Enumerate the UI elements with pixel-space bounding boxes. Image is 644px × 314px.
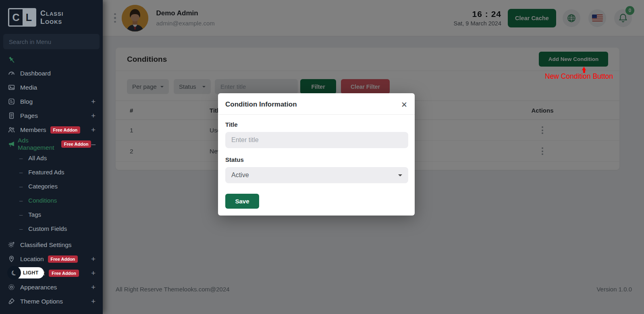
- dash-prefix: –: [19, 169, 23, 176]
- sidebar-collapse-handle[interactable]: [114, 13, 116, 23]
- sidebar-item-label: Blog: [20, 98, 33, 105]
- bell-icon: [618, 13, 628, 23]
- sidebar-item-ads-management[interactable]: Ads Management Free Addon –: [0, 137, 103, 151]
- sidebar-item-media[interactable]: Media: [0, 80, 103, 94]
- theme-toggle[interactable]: ☾ LIGHT: [7, 266, 44, 280]
- sidebar-subitem-custom-fields[interactable]: – Custom Fields: [0, 222, 103, 236]
- expand-toggle[interactable]: +: [91, 269, 96, 278]
- language-globe-button[interactable]: [563, 9, 580, 27]
- sidebar-subitem-featured-ads[interactable]: – Featured Ads: [0, 165, 103, 179]
- avatar[interactable]: [122, 5, 148, 31]
- column-header-actions: Actions: [465, 107, 619, 114]
- brush-icon: [8, 298, 20, 305]
- logo-letter-c: C: [9, 9, 23, 25]
- sidebar-item-theme-options[interactable]: Theme Options +: [0, 294, 103, 308]
- sidebar-item-label: Media: [20, 84, 37, 91]
- status-filter-value: Status: [179, 83, 196, 90]
- sidebar-subitem-label: Categories: [28, 183, 58, 190]
- row-actions-menu-button[interactable]: [540, 146, 545, 157]
- column-header-number: #: [116, 107, 210, 114]
- logo-letter-l: L: [23, 9, 35, 25]
- gauge-icon: [8, 70, 20, 77]
- sidebar-item-label: Classified Settings: [20, 241, 72, 249]
- copyright-text: All Right Reserve Themelooks.com@2024: [116, 286, 230, 293]
- save-button[interactable]: Save: [225, 194, 259, 209]
- sidebar-item-appearances[interactable]: Appearances +: [0, 280, 103, 294]
- page-title: Conditions: [127, 55, 167, 64]
- sidebar-item-location[interactable]: Location Free Addon +: [0, 252, 103, 266]
- menu-pin-toggle[interactable]: [0, 53, 103, 66]
- filter-button[interactable]: Filter: [300, 79, 336, 94]
- annotation-label: New Condition Button: [545, 72, 613, 81]
- add-new-condition-button[interactable]: Add New Condition: [539, 52, 608, 67]
- sidebar-item-members[interactable]: Members Free Addon +: [0, 123, 103, 137]
- gears-icon: [8, 241, 20, 248]
- sidebar-item-blog[interactable]: Blog +: [0, 94, 103, 109]
- expand-toggle[interactable]: +: [91, 297, 96, 306]
- globe-icon: [567, 13, 576, 23]
- user-email: admin@example.com: [156, 20, 215, 27]
- modal-title: Condition Information: [225, 100, 297, 109]
- sidebar-item-label: Appearances: [20, 284, 57, 291]
- user-name: Demo Admin: [156, 9, 215, 17]
- notification-count-badge: 0: [625, 6, 634, 15]
- locale-flag-button[interactable]: [588, 9, 606, 27]
- row-number: 2: [116, 148, 210, 155]
- dash-prefix: –: [19, 183, 23, 190]
- footer: All Right Reserve Themelooks.com@2024 Ve…: [116, 286, 632, 293]
- per-page-select[interactable]: Per page: [127, 79, 169, 94]
- notifications-button[interactable]: 0: [614, 9, 632, 27]
- dash-prefix: –: [19, 225, 23, 232]
- map-pin-icon: [8, 255, 20, 262]
- title-filter-input[interactable]: [215, 79, 298, 94]
- status-filter-select[interactable]: Status: [174, 79, 211, 94]
- condition-title-input[interactable]: [225, 132, 408, 148]
- clock-date: Sat, 9 March 2024: [454, 20, 502, 27]
- free-addon-badge: Free Addon: [48, 255, 78, 263]
- sidebar-item-classified-settings[interactable]: Classified Settings: [0, 238, 103, 252]
- dash-prefix: –: [19, 155, 23, 161]
- pushpin-icon: [8, 56, 20, 64]
- row-actions-menu-button[interactable]: [540, 125, 545, 136]
- members-icon: [8, 126, 20, 133]
- collapse-toggle[interactable]: –: [91, 140, 96, 149]
- user-info[interactable]: Demo Admin admin@example.com: [156, 9, 215, 27]
- top-header: Demo Admin admin@example.com 16 : 24 Sat…: [103, 0, 644, 36]
- clear-cache-button[interactable]: Clear Cache: [508, 9, 556, 27]
- pages-icon: [8, 112, 20, 119]
- per-page-select-value: Per page: [132, 83, 157, 90]
- expand-toggle[interactable]: +: [91, 283, 96, 292]
- expand-toggle[interactable]: +: [91, 97, 96, 106]
- sidebar-subitem-all-ads[interactable]: – All Ads: [0, 151, 103, 165]
- condition-status-select[interactable]: Active: [225, 167, 408, 183]
- expand-toggle[interactable]: +: [91, 126, 96, 134]
- condition-status-value: Active: [231, 172, 249, 179]
- logo-word-bottom: Looks: [40, 17, 63, 25]
- expand-toggle[interactable]: +: [91, 111, 96, 120]
- expand-toggle[interactable]: +: [91, 255, 96, 264]
- sidebar-subitem-tags[interactable]: – Tags: [0, 207, 103, 222]
- app-logo[interactable]: C L Classi Looks: [0, 0, 103, 27]
- sidebar-item-dashboard[interactable]: Dashboard: [0, 66, 103, 80]
- condition-information-modal: Condition Information ✕ Title Status Act…: [218, 93, 415, 216]
- clock-time: 16 : 24: [454, 9, 502, 19]
- clear-filter-button[interactable]: Clear Filter: [341, 79, 390, 94]
- sidebar-subitem-categories[interactable]: – Categories: [0, 179, 103, 193]
- sidebar-subitem-conditions[interactable]: – Conditions: [0, 193, 103, 207]
- logo-word-top: Classi: [40, 9, 63, 17]
- status-field-label: Status: [225, 156, 407, 163]
- sidebar-item-label: Theme Options: [20, 298, 63, 305]
- modal-close-button[interactable]: ✕: [401, 101, 407, 109]
- sidebar-subitem-label: Tags: [28, 211, 41, 218]
- megaphone-icon: [8, 140, 18, 147]
- logo-mark: C L: [8, 8, 36, 27]
- sidebar-item-label: Dashboard: [20, 70, 51, 77]
- free-addon-badge: Free Addon: [49, 270, 79, 277]
- sidebar: C L Classi Looks Dashboard: [0, 0, 103, 314]
- menu-search-input[interactable]: [3, 34, 100, 49]
- dash-prefix: –: [19, 197, 23, 204]
- row-number: 1: [116, 127, 210, 134]
- sidebar-subitem-label: Custom Fields: [28, 225, 67, 232]
- sidebar-item-pages[interactable]: Pages +: [0, 109, 103, 123]
- logo-wordmark: Classi Looks: [40, 9, 63, 25]
